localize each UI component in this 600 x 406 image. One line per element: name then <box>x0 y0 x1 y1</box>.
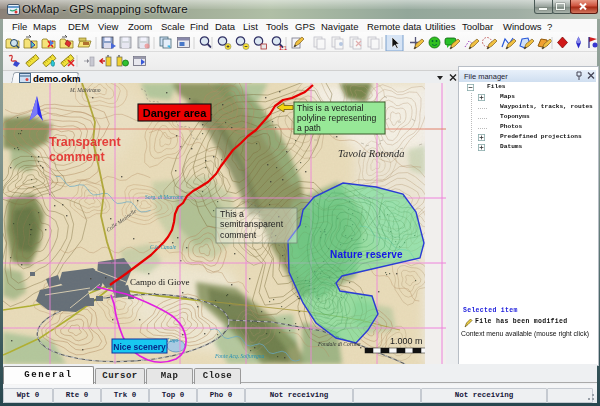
svg-text:Tavola Rotonda: Tavola Rotonda <box>338 148 404 159</box>
svg-text:Danger area: Danger area <box>143 107 207 119</box>
svg-text:Campo di Giove: Campo di Giove <box>130 277 190 287</box>
svg-text:a path: a path <box>297 123 321 133</box>
svg-text:This a: This a <box>220 209 244 219</box>
svg-text:Fondale di Cortina: Fondale di Cortina <box>317 341 361 347</box>
svg-text:C.le Canale: C.le Canale <box>150 244 177 250</box>
svg-text:Lago: Lago <box>166 337 179 343</box>
svg-text:Fonte Acq. Solfuregna: Fonte Acq. Solfuregna <box>214 353 265 359</box>
svg-text:M. Malvirano: M. Malvirano <box>69 87 101 93</box>
svg-text:comment: comment <box>220 230 257 240</box>
svg-text:polyline representing: polyline representing <box>297 113 377 123</box>
svg-text:semitransparent: semitransparent <box>220 219 284 229</box>
svg-text:This is a vectorial: This is a vectorial <box>297 103 363 113</box>
svg-text:Sorg. di Marcone: Sorg. di Marcone <box>145 194 184 200</box>
svg-text:Transparent: Transparent <box>49 135 121 149</box>
svg-text:comment: comment <box>49 150 105 164</box>
svg-text:Nature reserve: Nature reserve <box>330 249 403 260</box>
svg-text:Nice scenery: Nice scenery <box>113 342 166 352</box>
svg-text:1.000 m: 1.000 m <box>390 336 423 346</box>
